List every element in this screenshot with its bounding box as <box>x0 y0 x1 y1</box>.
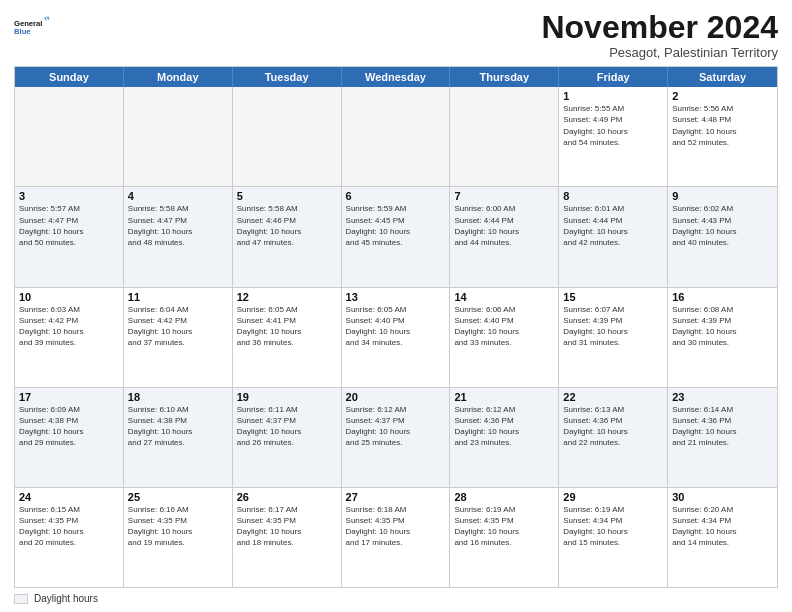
calendar-day-5: 5Sunrise: 5:58 AM Sunset: 4:46 PM Daylig… <box>233 187 342 286</box>
calendar-day-6: 6Sunrise: 5:59 AM Sunset: 4:45 PM Daylig… <box>342 187 451 286</box>
calendar-header: SundayMondayTuesdayWednesdayThursdayFrid… <box>15 67 777 87</box>
month-title: November 2024 <box>541 10 778 45</box>
header: General Blue November 2024 Pesagot, Pale… <box>14 10 778 60</box>
day-info: Sunrise: 5:58 AM Sunset: 4:46 PM Dayligh… <box>237 203 337 248</box>
logo: General Blue <box>14 10 50 46</box>
calendar-row-0: 1Sunrise: 5:55 AM Sunset: 4:49 PM Daylig… <box>15 87 777 187</box>
calendar-day-4: 4Sunrise: 5:58 AM Sunset: 4:47 PM Daylig… <box>124 187 233 286</box>
header-day-sunday: Sunday <box>15 67 124 87</box>
page: General Blue November 2024 Pesagot, Pale… <box>0 0 792 612</box>
day-info: Sunrise: 5:56 AM Sunset: 4:48 PM Dayligh… <box>672 103 773 148</box>
calendar-day-9: 9Sunrise: 6:02 AM Sunset: 4:43 PM Daylig… <box>668 187 777 286</box>
day-info: Sunrise: 6:12 AM Sunset: 4:37 PM Dayligh… <box>346 404 446 449</box>
day-info: Sunrise: 6:09 AM Sunset: 4:38 PM Dayligh… <box>19 404 119 449</box>
day-number: 23 <box>672 391 773 403</box>
calendar-day-7: 7Sunrise: 6:00 AM Sunset: 4:44 PM Daylig… <box>450 187 559 286</box>
day-number: 15 <box>563 291 663 303</box>
calendar-day-17: 17Sunrise: 6:09 AM Sunset: 4:38 PM Dayli… <box>15 388 124 487</box>
calendar-day-29: 29Sunrise: 6:19 AM Sunset: 4:34 PM Dayli… <box>559 488 668 587</box>
calendar-day-11: 11Sunrise: 6:04 AM Sunset: 4:42 PM Dayli… <box>124 288 233 387</box>
day-info: Sunrise: 6:08 AM Sunset: 4:39 PM Dayligh… <box>672 304 773 349</box>
calendar-day-12: 12Sunrise: 6:05 AM Sunset: 4:41 PM Dayli… <box>233 288 342 387</box>
day-info: Sunrise: 6:02 AM Sunset: 4:43 PM Dayligh… <box>672 203 773 248</box>
day-info: Sunrise: 6:17 AM Sunset: 4:35 PM Dayligh… <box>237 504 337 549</box>
day-info: Sunrise: 6:18 AM Sunset: 4:35 PM Dayligh… <box>346 504 446 549</box>
calendar-empty-0-1 <box>124 87 233 186</box>
day-info: Sunrise: 6:11 AM Sunset: 4:37 PM Dayligh… <box>237 404 337 449</box>
calendar-day-23: 23Sunrise: 6:14 AM Sunset: 4:36 PM Dayli… <box>668 388 777 487</box>
calendar-row-3: 17Sunrise: 6:09 AM Sunset: 4:38 PM Dayli… <box>15 388 777 488</box>
logo-icon: General Blue <box>14 10 50 46</box>
day-number: 24 <box>19 491 119 503</box>
day-info: Sunrise: 6:12 AM Sunset: 4:36 PM Dayligh… <box>454 404 554 449</box>
day-info: Sunrise: 5:59 AM Sunset: 4:45 PM Dayligh… <box>346 203 446 248</box>
day-number: 6 <box>346 190 446 202</box>
legend: Daylight hours <box>14 593 778 604</box>
day-info: Sunrise: 6:05 AM Sunset: 4:40 PM Dayligh… <box>346 304 446 349</box>
calendar-empty-0-4 <box>450 87 559 186</box>
calendar-day-1: 1Sunrise: 5:55 AM Sunset: 4:49 PM Daylig… <box>559 87 668 186</box>
calendar-day-8: 8Sunrise: 6:01 AM Sunset: 4:44 PM Daylig… <box>559 187 668 286</box>
header-day-tuesday: Tuesday <box>233 67 342 87</box>
day-info: Sunrise: 6:13 AM Sunset: 4:36 PM Dayligh… <box>563 404 663 449</box>
day-number: 2 <box>672 90 773 102</box>
header-day-friday: Friday <box>559 67 668 87</box>
day-number: 26 <box>237 491 337 503</box>
day-number: 17 <box>19 391 119 403</box>
day-number: 18 <box>128 391 228 403</box>
calendar-day-15: 15Sunrise: 6:07 AM Sunset: 4:39 PM Dayli… <box>559 288 668 387</box>
calendar-day-25: 25Sunrise: 6:16 AM Sunset: 4:35 PM Dayli… <box>124 488 233 587</box>
calendar-day-27: 27Sunrise: 6:18 AM Sunset: 4:35 PM Dayli… <box>342 488 451 587</box>
day-info: Sunrise: 6:06 AM Sunset: 4:40 PM Dayligh… <box>454 304 554 349</box>
day-info: Sunrise: 6:07 AM Sunset: 4:39 PM Dayligh… <box>563 304 663 349</box>
day-info: Sunrise: 6:14 AM Sunset: 4:36 PM Dayligh… <box>672 404 773 449</box>
day-number: 12 <box>237 291 337 303</box>
day-number: 28 <box>454 491 554 503</box>
calendar-day-24: 24Sunrise: 6:15 AM Sunset: 4:35 PM Dayli… <box>15 488 124 587</box>
calendar-day-19: 19Sunrise: 6:11 AM Sunset: 4:37 PM Dayli… <box>233 388 342 487</box>
day-number: 10 <box>19 291 119 303</box>
day-info: Sunrise: 6:20 AM Sunset: 4:34 PM Dayligh… <box>672 504 773 549</box>
calendar-day-28: 28Sunrise: 6:19 AM Sunset: 4:35 PM Dayli… <box>450 488 559 587</box>
day-number: 7 <box>454 190 554 202</box>
day-number: 11 <box>128 291 228 303</box>
day-info: Sunrise: 6:04 AM Sunset: 4:42 PM Dayligh… <box>128 304 228 349</box>
day-number: 9 <box>672 190 773 202</box>
calendar-empty-0-0 <box>15 87 124 186</box>
calendar-day-2: 2Sunrise: 5:56 AM Sunset: 4:48 PM Daylig… <box>668 87 777 186</box>
day-info: Sunrise: 5:57 AM Sunset: 4:47 PM Dayligh… <box>19 203 119 248</box>
day-number: 22 <box>563 391 663 403</box>
calendar-day-30: 30Sunrise: 6:20 AM Sunset: 4:34 PM Dayli… <box>668 488 777 587</box>
day-number: 14 <box>454 291 554 303</box>
day-number: 25 <box>128 491 228 503</box>
day-number: 1 <box>563 90 663 102</box>
calendar-day-10: 10Sunrise: 6:03 AM Sunset: 4:42 PM Dayli… <box>15 288 124 387</box>
calendar-body: 1Sunrise: 5:55 AM Sunset: 4:49 PM Daylig… <box>15 87 777 587</box>
day-number: 16 <box>672 291 773 303</box>
day-info: Sunrise: 6:05 AM Sunset: 4:41 PM Dayligh… <box>237 304 337 349</box>
header-day-wednesday: Wednesday <box>342 67 451 87</box>
day-number: 4 <box>128 190 228 202</box>
day-number: 19 <box>237 391 337 403</box>
calendar-day-26: 26Sunrise: 6:17 AM Sunset: 4:35 PM Dayli… <box>233 488 342 587</box>
legend-box <box>14 594 28 604</box>
calendar-row-2: 10Sunrise: 6:03 AM Sunset: 4:42 PM Dayli… <box>15 288 777 388</box>
day-info: Sunrise: 6:10 AM Sunset: 4:38 PM Dayligh… <box>128 404 228 449</box>
calendar-day-18: 18Sunrise: 6:10 AM Sunset: 4:38 PM Dayli… <box>124 388 233 487</box>
calendar: SundayMondayTuesdayWednesdayThursdayFrid… <box>14 66 778 588</box>
day-number: 8 <box>563 190 663 202</box>
day-info: Sunrise: 6:19 AM Sunset: 4:35 PM Dayligh… <box>454 504 554 549</box>
day-info: Sunrise: 5:55 AM Sunset: 4:49 PM Dayligh… <box>563 103 663 148</box>
header-day-monday: Monday <box>124 67 233 87</box>
day-number: 20 <box>346 391 446 403</box>
day-number: 29 <box>563 491 663 503</box>
day-info: Sunrise: 6:19 AM Sunset: 4:34 PM Dayligh… <box>563 504 663 549</box>
day-info: Sunrise: 6:15 AM Sunset: 4:35 PM Dayligh… <box>19 504 119 549</box>
svg-marker-2 <box>44 18 48 22</box>
day-number: 5 <box>237 190 337 202</box>
calendar-day-22: 22Sunrise: 6:13 AM Sunset: 4:36 PM Dayli… <box>559 388 668 487</box>
day-number: 13 <box>346 291 446 303</box>
title-block: November 2024 Pesagot, Palestinian Terri… <box>541 10 778 60</box>
svg-text:General: General <box>14 19 42 28</box>
day-info: Sunrise: 6:16 AM Sunset: 4:35 PM Dayligh… <box>128 504 228 549</box>
